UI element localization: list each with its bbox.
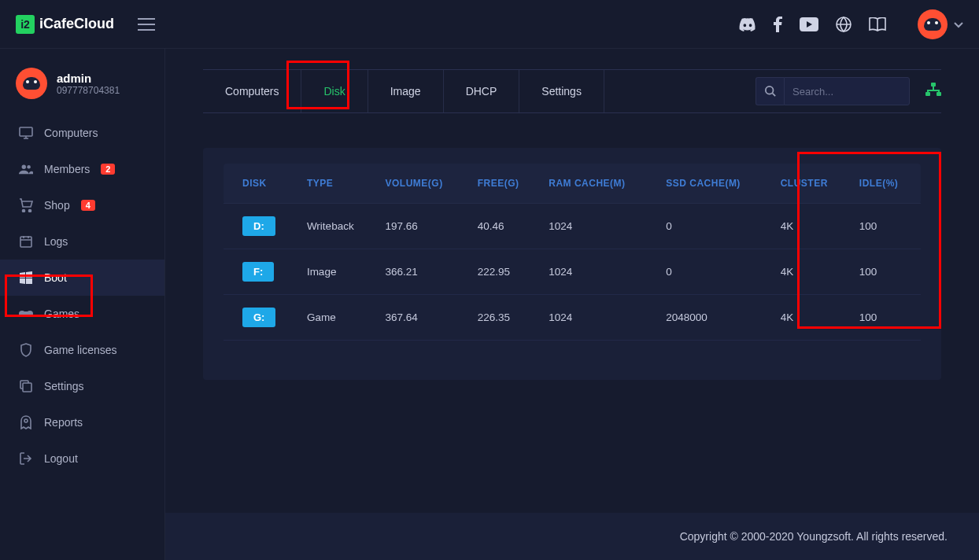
col-cluster[interactable]: CLUSTER: [774, 164, 853, 204]
calendar-icon: [19, 234, 33, 249]
sidebar-item-label: Settings: [44, 380, 84, 392]
cell-ssd: 2048000: [659, 295, 774, 341]
report-icon: [19, 415, 33, 429]
cell-ssd: 0: [659, 249, 774, 295]
user-id: 097778704381: [57, 85, 120, 96]
cell-volume: 366.21: [379, 249, 471, 295]
user-name: admin: [57, 72, 120, 85]
sidebar-item-logout[interactable]: Logout: [0, 440, 164, 477]
svg-rect-14: [931, 83, 936, 87]
tab-dhcp[interactable]: DHCP: [444, 70, 520, 112]
col-free-g-[interactable]: FREE(G): [471, 164, 543, 204]
cell-free: 40.46: [471, 204, 543, 249]
cell-idle: 100: [853, 249, 921, 295]
svg-point-4: [27, 165, 31, 169]
sidebar-item-computers[interactable]: Computers: [0, 115, 164, 151]
sidebar-item-label: Computers: [44, 127, 98, 139]
copy-icon: [19, 379, 33, 393]
people-icon: [19, 162, 33, 176]
table-row[interactable]: F:Image366.21222.95102404K100: [224, 249, 921, 295]
disk-badge: D:: [242, 216, 275, 236]
sidebar: admin 097778704381 ComputersMembers2Shop…: [0, 49, 165, 560]
cell-type: Writeback: [301, 204, 379, 249]
sidebar-item-settings[interactable]: Settings: [0, 368, 164, 404]
book-icon[interactable]: [869, 17, 886, 31]
col-idle-[interactable]: IDLE(%): [853, 164, 921, 204]
user-avatar[interactable]: [918, 9, 948, 39]
svg-rect-20: [938, 90, 940, 93]
sidebar-item-boot[interactable]: Boot: [0, 260, 164, 296]
sidebar-item-logs[interactable]: Logs: [0, 223, 164, 260]
svg-rect-10: [22, 311, 30, 316]
user-block[interactable]: admin 097778704381: [0, 63, 164, 115]
cell-idle: 100: [853, 295, 921, 341]
user-avatar-small: [16, 68, 47, 99]
svg-point-6: [29, 210, 31, 212]
cell-idle: 100: [853, 204, 921, 249]
globe-icon[interactable]: [836, 17, 852, 32]
cell-ram: 1024: [542, 295, 659, 341]
tab-disk[interactable]: Disk: [301, 70, 368, 112]
sidebar-item-games[interactable]: Games: [0, 296, 164, 332]
search-button[interactable]: [755, 77, 784, 105]
sidebar-item-label: Members: [44, 163, 90, 175]
sidebar-item-label: Reports: [44, 416, 83, 429]
copyright-text: Copyright © 2000-2020 Youngzsoft. All ri…: [680, 530, 948, 543]
svg-point-5: [23, 210, 25, 212]
tab-settings[interactable]: Settings: [519, 70, 604, 112]
svg-rect-7: [20, 237, 31, 247]
logo[interactable]: i2 iCafeCloud: [16, 15, 114, 34]
col-disk[interactable]: DISK: [224, 164, 301, 204]
cell-type: Image: [301, 249, 379, 295]
network-icon[interactable]: [925, 83, 941, 100]
col-ssd-cache-m-[interactable]: SSD CACHE(M): [659, 164, 774, 204]
cell-ram: 1024: [542, 249, 659, 295]
svg-rect-17: [933, 87, 934, 90]
monitor-icon: [19, 126, 33, 140]
disk-table-card: DISKTYPEVOLUME(G)FREE(G)RAM CACHE(M)SSD …: [203, 148, 941, 380]
sidebar-item-members[interactable]: Members2: [0, 151, 164, 187]
logout-icon: [19, 451, 33, 466]
col-volume-g-[interactable]: VOLUME(G): [379, 164, 471, 204]
col-type[interactable]: TYPE: [301, 164, 379, 204]
badge: 4: [81, 200, 95, 211]
cell-cluster: 4K: [774, 295, 853, 341]
tab-image[interactable]: Image: [368, 70, 444, 112]
logo-text: iCafeCloud: [39, 16, 114, 32]
sidebar-item-label: Boot: [44, 271, 67, 284]
facebook-icon[interactable]: [774, 17, 782, 32]
menu-toggle-icon[interactable]: [138, 18, 155, 31]
tab-computers[interactable]: Computers: [203, 70, 301, 112]
footer: Copyright © 2000-2020 Youngzsoft. All ri…: [165, 513, 979, 560]
cell-volume: 367.64: [379, 295, 471, 341]
discord-icon[interactable]: [739, 17, 756, 31]
disk-badge: G:: [242, 308, 275, 327]
table-row[interactable]: D:Writeback197.6640.46102404K100: [224, 204, 921, 249]
svg-rect-11: [23, 383, 31, 392]
chevron-down-icon[interactable]: [954, 17, 963, 31]
col-ram-cache-m-[interactable]: RAM CACHE(M): [542, 164, 659, 204]
cell-cluster: 4K: [774, 249, 853, 295]
sidebar-item-reports[interactable]: Reports: [0, 404, 164, 440]
search-input[interactable]: [784, 77, 910, 105]
table-row[interactable]: G:Game367.64226.35102420480004K100: [224, 295, 921, 341]
sidebar-item-shop[interactable]: Shop4: [0, 187, 164, 223]
svg-rect-2: [20, 127, 32, 136]
cell-free: 222.95: [471, 249, 543, 295]
sidebar-item-game-licenses[interactable]: Game licenses: [0, 332, 164, 368]
sidebar-item-label: Game licenses: [44, 344, 117, 356]
svg-point-12: [24, 419, 28, 422]
cell-free: 226.35: [471, 295, 543, 341]
sidebar-item-label: Shop: [44, 199, 70, 212]
cell-cluster: 4K: [774, 204, 853, 249]
sidebar-item-label: Logout: [44, 452, 78, 465]
svg-point-3: [22, 165, 26, 169]
disk-table: DISKTYPEVOLUME(G)FREE(G)RAM CACHE(M)SSD …: [224, 164, 921, 341]
youtube-icon[interactable]: [800, 17, 818, 31]
sidebar-item-label: Games: [44, 308, 79, 320]
cell-type: Game: [301, 295, 379, 341]
logo-mark-icon: i2: [16, 15, 35, 34]
cell-volume: 197.66: [379, 204, 471, 249]
badge: 2: [101, 164, 115, 175]
cell-ssd: 0: [659, 204, 774, 249]
